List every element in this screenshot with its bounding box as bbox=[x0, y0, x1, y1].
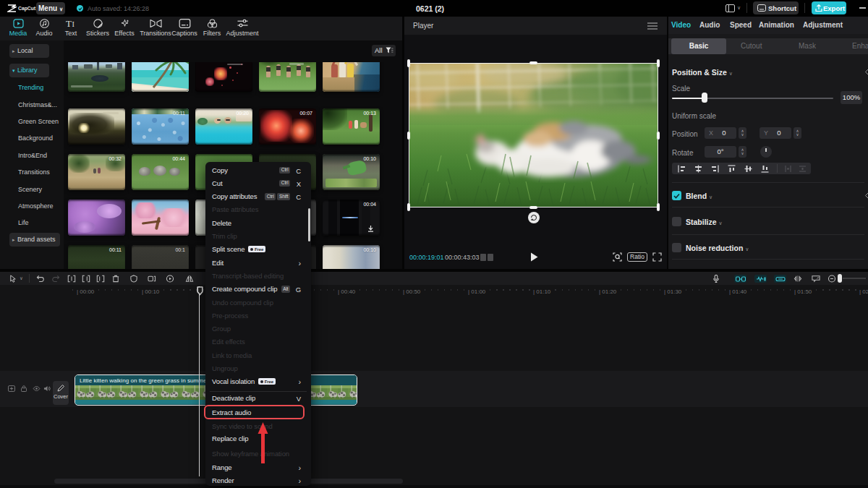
svg-text:I: I bbox=[72, 20, 75, 28]
svg-text:T: T bbox=[66, 19, 72, 28]
